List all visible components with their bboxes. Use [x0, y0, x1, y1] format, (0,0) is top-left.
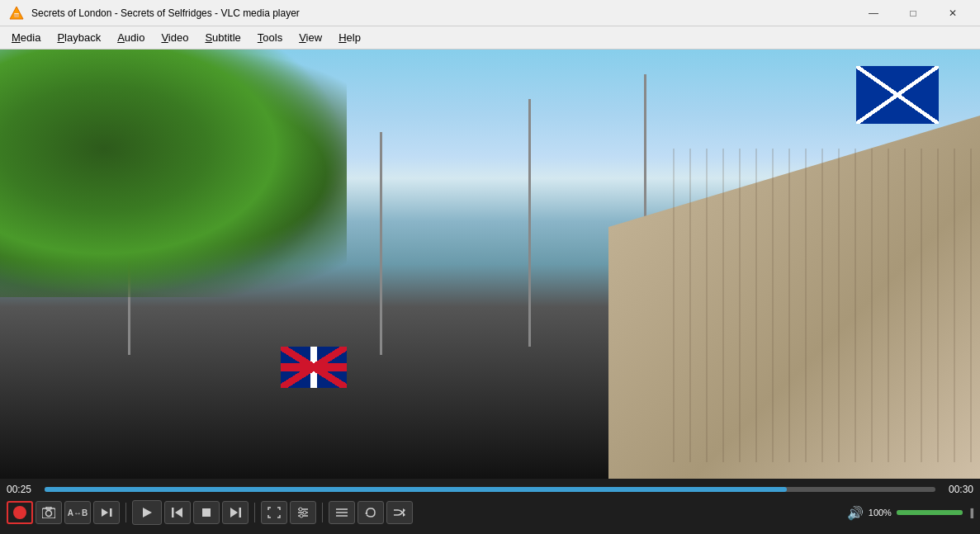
separator-1 [125, 503, 126, 522]
menu-subtitle[interactable]: Subtitle [196, 29, 249, 46]
svg-rect-11 [172, 508, 174, 517]
fullscreen-icon [267, 507, 281, 518]
flagpole-3 [528, 99, 531, 347]
menu-bar: Media Playback Audio Video Subtitle Tool… [0, 26, 980, 50]
flagpole-2 [380, 132, 382, 355]
seek-bar-fill [45, 487, 787, 492]
menu-video[interactable]: Video [153, 29, 196, 46]
svg-marker-13 [230, 508, 238, 517]
extended-button[interactable] [290, 501, 316, 524]
current-time: 00:25 [7, 484, 38, 495]
svg-point-5 [46, 511, 52, 517]
next-icon [229, 507, 242, 518]
play-icon [141, 507, 153, 518]
ab-loop-button[interactable]: A↔B [64, 501, 91, 524]
stop-icon [201, 508, 211, 517]
play-button[interactable] [132, 500, 162, 525]
svg-marker-9 [143, 508, 152, 517]
frame-step-icon [100, 507, 113, 518]
window-title: Secrets of London - Secrets of Selfridge… [31, 7, 855, 19]
menu-audio[interactable]: Audio [109, 29, 153, 46]
loop-button[interactable] [357, 501, 384, 524]
next-button[interactable] [222, 501, 249, 524]
menu-media[interactable]: Media [3, 29, 49, 46]
snapshot-icon [42, 507, 55, 518]
ab-loop-icon: A↔B [68, 508, 88, 517]
buttons-row-1: A↔B [7, 500, 973, 525]
video-area[interactable] [0, 50, 980, 479]
close-button[interactable]: ✕ [934, 0, 972, 26]
menu-playback[interactable]: Playback [49, 29, 109, 46]
app-icon [8, 5, 25, 21]
menu-view[interactable]: View [291, 29, 330, 46]
frame-step-button[interactable] [93, 501, 120, 524]
fullscreen-button[interactable] [261, 501, 287, 524]
svg-rect-14 [239, 508, 242, 517]
minimize-button[interactable]: — [855, 0, 892, 26]
stop-button[interactable] [193, 501, 220, 524]
trees [0, 50, 347, 297]
svg-point-20 [300, 514, 303, 517]
maximize-button[interactable]: □ [894, 0, 932, 26]
svg-marker-7 [102, 508, 108, 517]
volume-end-indicator: ▐ [968, 508, 973, 517]
loop-icon [364, 507, 377, 518]
prev-button[interactable] [164, 501, 191, 524]
flag-uk [281, 347, 347, 388]
record-button[interactable] [7, 501, 33, 524]
separator-2 [254, 503, 255, 522]
playlist-icon [335, 507, 348, 518]
volume-icon[interactable]: 🔊 [847, 505, 864, 521]
menu-help[interactable]: Help [330, 29, 369, 46]
prev-icon [171, 507, 184, 518]
snapshot-button[interactable] [36, 501, 62, 524]
progress-row: 00:25 00:30 [7, 484, 973, 495]
svg-marker-10 [175, 508, 182, 517]
menu-tools[interactable]: Tools [249, 29, 291, 46]
building-details [658, 149, 972, 462]
total-time: 00:30 [942, 484, 973, 495]
flag-scotland [856, 66, 939, 124]
shuffle-button[interactable] [386, 501, 413, 524]
svg-point-18 [299, 508, 302, 511]
volume-bar-fill [897, 510, 963, 515]
separator-3 [322, 503, 323, 522]
volume-area: 🔊 100% ▐ [847, 505, 973, 521]
record-icon [13, 506, 26, 519]
volume-label: 100% [869, 508, 892, 517]
shuffle-icon [393, 507, 406, 518]
controls-bar: 00:25 00:30 A↔B [0, 479, 980, 534]
window-controls: — □ ✕ [855, 0, 972, 26]
volume-bar[interactable] [897, 510, 963, 515]
svg-rect-8 [110, 508, 112, 517]
svg-rect-12 [202, 508, 211, 517]
video-canvas [0, 50, 980, 479]
svg-point-19 [303, 511, 306, 514]
flagpole-4 [644, 74, 646, 223]
extended-icon [296, 507, 310, 518]
title-bar: Secrets of London - Secrets of Selfridge… [0, 0, 980, 26]
seek-bar[interactable] [45, 487, 935, 492]
playlist-button[interactable] [329, 501, 355, 524]
